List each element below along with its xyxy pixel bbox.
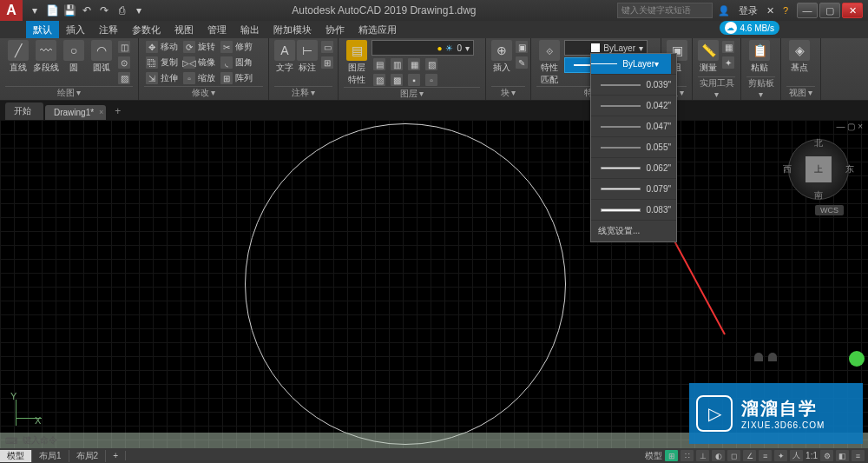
iso-icon[interactable]: ◧ — [836, 450, 849, 461]
panel-annot-label[interactable]: 注释 ▾ — [274, 86, 332, 100]
layer-b6[interactable]: ▩ — [389, 73, 404, 87]
exchange-icon[interactable]: ✕ — [766, 5, 774, 17]
snap-icon[interactable]: ∷ — [681, 450, 694, 461]
tab-default[interactable]: 默认 — [26, 21, 59, 38]
layer-b1[interactable]: ▤ — [372, 57, 387, 71]
annot-1[interactable]: ▭ — [319, 40, 335, 54]
qat-print-icon[interactable]: ⎙ — [115, 3, 128, 17]
qat-undo-icon[interactable]: ↶ — [80, 3, 94, 17]
text-button[interactable]: A文字 — [274, 40, 295, 74]
util-1[interactable]: ▦ — [720, 40, 736, 54]
layout-1[interactable]: 布局1 — [32, 450, 69, 462]
dim-button[interactable]: ⊢标注 — [297, 40, 318, 74]
lw-item-2[interactable]: 0.047" — [591, 116, 676, 137]
lw-item-1[interactable]: 0.042" — [591, 96, 676, 116]
panel-util-label[interactable]: 实用工具 ▾ — [698, 76, 735, 100]
layer-b8[interactable]: ▫ — [424, 73, 439, 87]
layer-b5[interactable]: ▨ — [372, 73, 387, 87]
blk-2[interactable]: ✎ — [514, 56, 529, 69]
layer-b4[interactable]: ▧ — [424, 57, 439, 71]
polar-icon[interactable]: ◐ — [712, 450, 725, 461]
viewport-controls[interactable]: — ▢ × — [837, 122, 863, 131]
anno-icon[interactable]: ✦ — [774, 450, 787, 461]
panel-view-label[interactable]: 视图 ▾ — [786, 86, 815, 100]
new-tab-button[interactable]: + — [108, 103, 128, 120]
tab-collab[interactable]: 协作 — [319, 21, 352, 38]
grid-toggle-icon[interactable]: ⊞ — [665, 450, 678, 461]
tab-start[interactable]: 开始 — [5, 103, 43, 120]
ortho-icon[interactable]: ⊥ — [696, 450, 709, 461]
anno2-icon[interactable]: 人 — [790, 450, 803, 461]
lw-bylayer[interactable]: ByLayer ▾ — [591, 54, 676, 75]
scale-button[interactable]: ▫缩放 — [181, 71, 217, 85]
status-model[interactable]: 模型 — [645, 450, 662, 462]
scale-label[interactable]: 1:1 — [806, 451, 818, 460]
tab-view[interactable]: 视图 — [168, 21, 201, 38]
tab-manage[interactable]: 管理 — [201, 21, 233, 38]
tab-annotate[interactable]: 注释 — [92, 21, 125, 38]
mirror-button[interactable]: ▷◁镜像 — [181, 56, 217, 69]
close-button[interactable]: ✕ — [842, 3, 863, 18]
layer-combo[interactable]: ●☀0▾ — [372, 40, 474, 56]
qat-more-icon[interactable]: ▾ — [132, 3, 146, 17]
help-search[interactable]: 键入关键字或短语 — [617, 3, 713, 18]
draw-more-2[interactable]: ⊙ — [116, 56, 132, 69]
stretch-button[interactable]: ⇲拉伸 — [144, 71, 180, 85]
panel-block-label[interactable]: 块 ▾ — [491, 86, 525, 100]
app-icon[interactable]: A — [0, 0, 23, 21]
basepoint-button[interactable]: ◈基点 — [786, 40, 812, 74]
login-label[interactable]: 登录 — [739, 4, 758, 17]
arc-button[interactable]: ◠圆弧 — [89, 40, 115, 74]
layout-add[interactable]: + — [106, 451, 126, 460]
qat-open-icon[interactable]: 📄 — [45, 3, 59, 17]
close-tab-icon[interactable]: × — [99, 108, 103, 116]
insert-button[interactable]: ⊕插入 — [491, 40, 512, 74]
tab-insert[interactable]: 插入 — [59, 21, 92, 38]
layout-2[interactable]: 布局2 — [69, 450, 107, 462]
qat-new-icon[interactable]: ▾ — [28, 3, 42, 17]
layout-model[interactable]: 模型 — [0, 450, 32, 462]
tab-addins[interactable]: 附加模块 — [266, 21, 319, 38]
tab-featured[interactable]: 精选应用 — [352, 21, 404, 38]
annot-2[interactable]: ⊞ — [319, 56, 335, 69]
measure-button[interactable]: 📏测量 — [698, 40, 719, 74]
qat-save-icon[interactable]: 💾 — [62, 3, 76, 17]
otrack-icon[interactable]: ∠ — [743, 450, 756, 461]
gear-icon[interactable]: ⚙ — [820, 450, 833, 461]
draw-more-3[interactable]: ▨ — [116, 71, 132, 85]
lw-item-3[interactable]: 0.055" — [591, 137, 676, 158]
viewcube[interactable]: 上 北 南 西 东 — [788, 139, 849, 200]
panel-modify-label[interactable]: 修改 ▾ — [144, 86, 263, 100]
array-button[interactable]: ⊞阵列 — [219, 71, 254, 85]
line-button[interactable]: ╱直线 — [5, 40, 31, 74]
lw-item-5[interactable]: 0.079" — [591, 179, 676, 200]
lweight-icon[interactable]: ≡ — [759, 450, 772, 461]
panel-draw-label[interactable]: 绘图 ▾ — [5, 86, 133, 100]
copy-button[interactable]: ⿻复制 — [144, 56, 180, 69]
panel-layer-label[interactable]: 图层 ▾ — [344, 87, 480, 101]
layer-b7[interactable]: ▪ — [406, 73, 422, 87]
help-icon[interactable]: ? — [783, 5, 788, 16]
lw-settings[interactable]: 线宽设置... — [591, 221, 676, 241]
maximize-button[interactable]: ▢ — [819, 3, 840, 18]
trim-button[interactable]: ✂修剪 — [219, 40, 254, 54]
tab-parametric[interactable]: 参数化 — [125, 21, 168, 38]
panel-clip-label[interactable]: 剪贴板 ▾ — [746, 76, 775, 100]
paste-button[interactable]: 📋粘贴 — [746, 40, 773, 74]
user-icon[interactable]: 👤 — [718, 5, 730, 17]
minimize-button[interactable]: — — [797, 3, 818, 18]
osnap-icon[interactable]: ◻ — [727, 450, 740, 461]
more-icon[interactable]: ≡ — [852, 450, 865, 461]
tab-output[interactable]: 输出 — [233, 21, 266, 38]
util-2[interactable]: ✦ — [720, 56, 736, 69]
fillet-button[interactable]: ◟圆角 — [219, 56, 254, 69]
lw-item-6[interactable]: 0.083" — [591, 200, 676, 221]
lw-item-0[interactable]: 0.039" — [591, 75, 676, 96]
wcs-label[interactable]: WCS — [815, 205, 844, 215]
layer-b3[interactable]: ▦ — [406, 57, 422, 71]
polyline-button[interactable]: 〰多段线 — [33, 40, 59, 74]
draw-more-1[interactable]: ◫ — [116, 40, 132, 54]
layer-b2[interactable]: ▥ — [389, 57, 404, 71]
move-button[interactable]: ✥移动 — [144, 40, 180, 54]
rotate-button[interactable]: ⟳旋转 — [181, 40, 217, 54]
